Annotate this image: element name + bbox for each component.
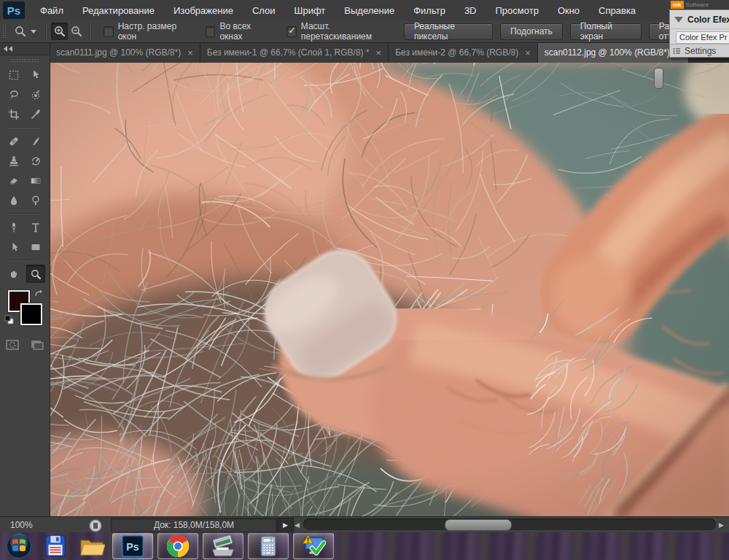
eyedropper-icon [30,109,42,120]
eyedropper-tool[interactable] [26,105,45,123]
path-selection-icon [8,241,20,253]
shape-icon [30,241,42,253]
scrollbar-thumb[interactable] [445,519,512,531]
brush-tool[interactable] [26,132,45,150]
dodge-tool[interactable] [26,191,45,209]
tab-scan0111[interactable]: scan0111.jpg @ 100% (RGB/8*) × [50,42,200,63]
horizontal-scrollbar[interactable] [303,518,716,530]
menu-filter[interactable]: Фильтр [404,0,455,20]
crop-tool[interactable] [4,105,23,123]
checkbox-icon [104,26,113,37]
tab-untitled-2[interactable]: Без имени-2 @ 66,7% (RGB/8) × [389,42,538,63]
brush-icon [30,136,42,147]
gradient-tool[interactable] [26,171,45,190]
actual-pixels-button[interactable]: Реальные пикселы [404,23,493,40]
color-efex-header[interactable]: Color Efex P [670,10,729,29]
chrome-button[interactable] [157,533,198,559]
calculator-button[interactable]: 0 [248,533,289,559]
close-icon[interactable]: × [525,48,531,58]
zoom-tool[interactable] [26,265,45,283]
zoom-out-button[interactable] [68,23,85,40]
lasso-tool[interactable] [4,85,23,104]
document-sizes-field[interactable]: Док: 158,0M/158,0M [111,518,277,532]
background-color-swatch[interactable] [20,303,42,325]
save-program-icon-button[interactable] [39,533,71,559]
fill-screen-button[interactable]: Полный экран [570,23,642,40]
taskbar: Ps [0,532,729,560]
gradient-icon [30,175,42,187]
pen-tool[interactable] [4,218,23,236]
screen-mode-button[interactable] [28,337,46,353]
scrubby-zoom-checkbox[interactable]: Масшт. перетаскиванием [286,21,391,42]
clone-stamp-icon [8,155,20,167]
shape-tool[interactable] [26,238,45,256]
canvas[interactable] [50,63,729,516]
chrome-icon [166,534,190,558]
pen-icon [8,222,20,233]
dock-grip-handle[interactable] [654,68,663,89]
nik-logo: nik [671,1,684,9]
path-selection-tool[interactable] [4,238,23,256]
fit-screen-button[interactable]: Подогнать [500,23,563,40]
resize-windows-checkbox[interactable]: Настр. размер окон [104,21,188,42]
zoom-tool-icon [14,25,27,38]
move-tool[interactable] [26,66,45,84]
close-icon[interactable]: × [187,48,193,58]
color-swatches [0,286,50,332]
move-icon [30,69,42,81]
type-icon [30,222,42,233]
tab-untitled-1[interactable]: Без имени-1 @ 66,7% (Слой 1, RGB/8) * × [200,42,389,63]
zoom-icon [30,268,42,280]
zoom-level-field[interactable]: 100% [10,520,33,530]
menu-help[interactable]: Справка [589,0,645,20]
close-icon[interactable]: × [376,48,382,58]
menu-type[interactable]: Шрифт [285,0,335,20]
document-tabs: scan0111.jpg @ 100% (RGB/8*) × Без имени… [50,42,729,63]
menu-edit[interactable]: Редактирование [73,0,164,20]
menu-select[interactable]: Выделение [335,0,404,20]
checkbox-checked-icon [286,26,296,37]
menu-window[interactable]: Окно [548,0,589,20]
history-brush-tool[interactable] [26,152,45,170]
menu-layers[interactable]: Слои [243,0,285,20]
settings-tab[interactable]: Settings [670,44,729,57]
all-windows-checkbox[interactable]: Во всех окнах [206,21,269,42]
photoshop-taskbar-button[interactable]: Ps [112,533,153,559]
history-brush-icon [30,155,42,167]
collapse-panel-button[interactable] [0,42,50,55]
tool-preset-picker[interactable] [9,25,41,38]
color-efex-subpanel: Color Efex Pr [676,31,729,44]
scroll-left-arrow[interactable]: ◀ [295,521,300,529]
mini-bridge-icon[interactable] [89,519,102,532]
tab-scan0112[interactable]: scan0112.jpg @ 100% (RGB/8*) × [538,42,690,63]
svg-text:Ps: Ps [126,541,139,553]
quick-mask-button[interactable] [4,337,21,353]
scroll-right-arrow[interactable]: ▶ [719,521,724,529]
menu-image[interactable]: Изображение [164,0,243,20]
separator [7,260,42,261]
nik-panel: nik Software Color Efex P Color Efex Pr … [669,0,729,58]
spot-healing-tool[interactable] [4,132,23,150]
blur-tool[interactable] [4,191,23,209]
status-flyout-button[interactable]: ▶ [277,518,294,532]
quick-selection-icon [30,89,42,101]
type-tool[interactable] [26,218,45,236]
eraser-tool[interactable] [4,171,23,190]
zoom-in-button[interactable] [51,23,68,40]
menu-view[interactable]: Просмотр [486,0,548,20]
swap-colors-icon[interactable] [34,289,44,299]
explorer-button[interactable] [76,533,108,559]
rectangular-marquee-tool[interactable] [4,66,23,84]
panel-grip-dots[interactable] [11,58,39,63]
menu-3d[interactable]: 3D [455,0,486,20]
lasso-icon [8,89,20,101]
start-button[interactable] [3,533,35,559]
quick-selection-tool[interactable] [26,85,45,104]
system-check-button[interactable] [293,533,334,559]
default-colors-icon[interactable] [4,315,15,325]
scanner-button[interactable] [203,533,243,559]
hand-tool[interactable] [4,265,23,283]
menu-file[interactable]: Файл [31,0,73,20]
clone-stamp-tool[interactable] [4,152,23,170]
photoshop-logo: Ps [3,1,25,19]
